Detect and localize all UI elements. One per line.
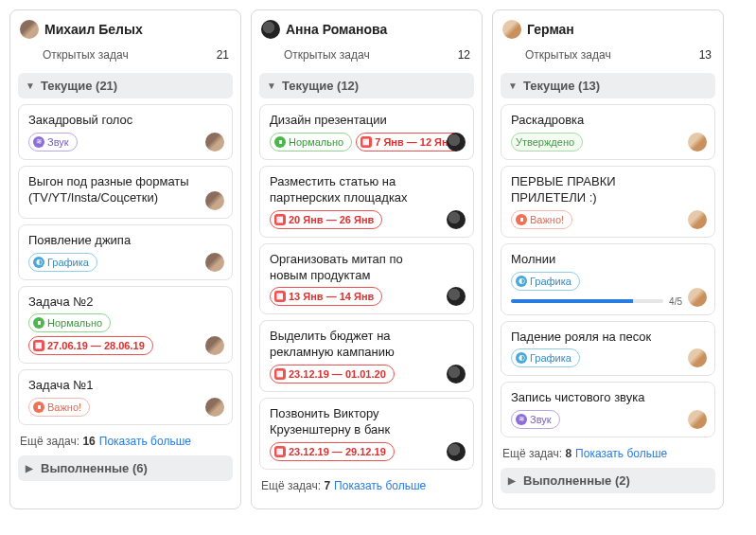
card-tags: ≋Звук <box>511 410 705 429</box>
column-german: ГерманОткрытых задач13▼Текущие (13)Раска… <box>492 9 724 509</box>
card-title: Падение рояля на песок <box>511 330 705 346</box>
open-tasks-count: 13 <box>699 48 712 62</box>
tag-date: ▦23.12.19 — 01.01.20 <box>270 365 395 383</box>
show-more-link[interactable]: Показать больше <box>99 435 191 448</box>
section-header-done[interactable]: ▶Выполненные (2) <box>501 468 715 493</box>
open-tasks-label: Открытых задач <box>43 48 129 62</box>
tag-label: 27.06.19 — 28.06.19 <box>47 338 145 353</box>
task-card[interactable]: РаскадровкаУтверждено <box>501 104 715 160</box>
card-tags: ∎Нормально▦27.06.19 — 28.06.19 <box>28 313 222 355</box>
user-avatar[interactable] <box>502 20 521 39</box>
task-card[interactable]: Запись чистового звука≋Звук <box>501 382 715 437</box>
section-header-current[interactable]: ▼Текущие (12) <box>259 73 474 98</box>
task-card[interactable]: ПЕРВЫЕ ПРАВКИ ПРИЛЕТЕЛИ :)∎Важно! <box>501 166 715 238</box>
assignee-avatar[interactable] <box>205 253 224 272</box>
column-anna: Анна РомановаОткрытых задач12▼Текущие (1… <box>251 9 483 509</box>
open-tasks-stat: Открытых задач13 <box>501 45 715 69</box>
task-card[interactable]: Выделить бюджет на рекламную кампанию▦23… <box>259 320 474 392</box>
tag-label: 7 Янв — 12 Янв <box>375 134 454 150</box>
section-title: Выполненные (6) <box>41 461 148 475</box>
tag-label: 20 Янв — 26 Янв <box>289 212 374 227</box>
task-card[interactable]: Дизайн презентации∎Нормально▦7 Янв — 12 … <box>259 104 474 160</box>
important-icon: ∎ <box>33 401 44 413</box>
tag-label: Графика <box>530 350 571 366</box>
more-prefix: Ещё задач: <box>502 447 565 460</box>
more-count: 8 <box>565 447 571 460</box>
chevron-right-icon: ▶ <box>26 463 37 473</box>
task-card[interactable]: Разместить статью на партнерских площадк… <box>259 166 474 238</box>
task-card[interactable]: Задача №2∎Нормально▦27.06.19 — 28.06.19 <box>18 286 233 365</box>
tag-label: 23.12.19 — 01.01.20 <box>289 366 386 382</box>
show-more-link[interactable]: Показать больше <box>334 479 426 492</box>
card-title: Задача №2 <box>28 294 222 311</box>
tag-graphics: ◐Графика <box>511 272 580 291</box>
card-title: Раскадровка <box>511 113 705 129</box>
task-card[interactable]: Выгон под разные форматы (TV/YT/Insta/Со… <box>18 166 233 219</box>
user-avatar[interactable] <box>20 20 39 39</box>
sound-icon: ≋ <box>33 136 44 148</box>
tag-important: ∎Важно! <box>511 210 572 229</box>
more-count: 16 <box>82 435 95 448</box>
calendar-icon: ▦ <box>33 340 44 351</box>
more-tasks-row: Ещё задач: 7Показать больше <box>259 475 474 496</box>
card-tags: ▦23.12.19 — 29.12.19 <box>270 442 464 461</box>
tag-date: ▦20 Янв — 26 Янв <box>270 210 382 229</box>
section-header-done[interactable]: ▶Выполненные (6) <box>18 455 233 481</box>
section-title: Выполненные (2) <box>523 473 630 488</box>
assignee-avatar[interactable] <box>447 210 466 229</box>
card-tags: Утверждено <box>511 133 705 152</box>
tag-label: Звук <box>530 412 552 427</box>
card-title: Выгон под разные форматы (TV/YT/Insta/Со… <box>28 174 222 206</box>
calendar-icon: ▦ <box>360 136 372 148</box>
tag-normal: ∎Нормально <box>270 133 352 152</box>
tag-approved: Утверждено <box>511 133 583 152</box>
assignee-avatar[interactable] <box>205 133 224 152</box>
user-name: Герман <box>527 22 574 37</box>
card-title: Запись чистового звука <box>511 390 705 406</box>
important-icon: ∎ <box>516 214 527 225</box>
calendar-icon: ▦ <box>274 291 286 302</box>
assignee-avatar[interactable] <box>205 191 224 210</box>
card-tags: ▦13 Янв — 14 Янв <box>270 287 464 306</box>
assignee-avatar[interactable] <box>688 210 707 229</box>
assignee-avatar[interactable] <box>447 442 466 461</box>
card-title: Позвонить Виктору Крузенштерну в банк <box>270 406 464 438</box>
task-card[interactable]: Закадровый голос≋Звук <box>18 104 233 160</box>
assignee-avatar[interactable] <box>688 288 707 307</box>
assignee-avatar[interactable] <box>447 133 466 152</box>
task-card[interactable]: Организовать митап по новым продуктам▦13… <box>259 243 474 315</box>
assignee-avatar[interactable] <box>688 133 707 152</box>
task-card[interactable]: Падение рояля на песок◐Графика <box>501 321 715 377</box>
tag-label: 23.12.19 — 29.12.19 <box>289 444 386 459</box>
more-tasks-row: Ещё задач: 8Показать больше <box>501 443 715 464</box>
section-title: Текущие (13) <box>523 79 600 93</box>
section-header-current[interactable]: ▼Текущие (13) <box>501 73 715 98</box>
column-header: Михаил Белых <box>18 16 233 45</box>
card-title: Появление джипа <box>28 233 222 249</box>
card-title: Организовать митап по новым продуктам <box>270 252 464 284</box>
card-tags: ∎Нормально▦7 Янв — 12 Янв <box>270 133 464 152</box>
calendar-icon: ▦ <box>274 368 286 380</box>
graphics-icon: ◐ <box>516 352 527 364</box>
show-more-link[interactable]: Показать больше <box>575 447 667 460</box>
more-prefix: Ещё задач: <box>261 479 324 492</box>
progress: 4/5 <box>511 296 705 307</box>
column-mikhail: Михаил БелыхОткрытых задач21▼Текущие (21… <box>9 9 241 509</box>
card-tags: ◐Графика <box>28 253 222 272</box>
open-tasks-label: Открытых задач <box>284 48 370 62</box>
user-avatar[interactable] <box>261 20 280 39</box>
tag-label: Утверждено <box>516 134 574 150</box>
task-card[interactable]: Появление джипа◐Графика <box>18 224 233 280</box>
calendar-icon: ▦ <box>274 446 286 457</box>
tag-graphics: ◐Графика <box>511 348 580 367</box>
card-tags: ≋Звук <box>28 133 222 152</box>
card-tags: ∎Важно! <box>511 210 705 229</box>
card-tags: ∎Важно! <box>28 398 222 417</box>
card-title: Разместить статью на партнерских площадк… <box>270 174 464 206</box>
task-card[interactable]: Задача №1∎Важно! <box>18 369 233 425</box>
normal-icon: ∎ <box>33 317 44 329</box>
task-card[interactable]: Молнии◐Графика4/5 <box>501 243 715 315</box>
card-title: Выделить бюджет на рекламную кампанию <box>270 329 464 361</box>
task-card[interactable]: Позвонить Виктору Крузенштерну в банк▦23… <box>259 398 474 470</box>
section-header-current[interactable]: ▼Текущие (21) <box>18 73 233 98</box>
